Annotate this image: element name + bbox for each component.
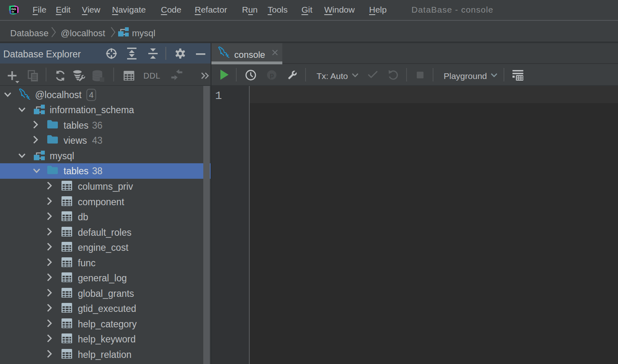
svg-text:DG: DG xyxy=(11,7,16,11)
svg-text:p: p xyxy=(270,71,274,79)
